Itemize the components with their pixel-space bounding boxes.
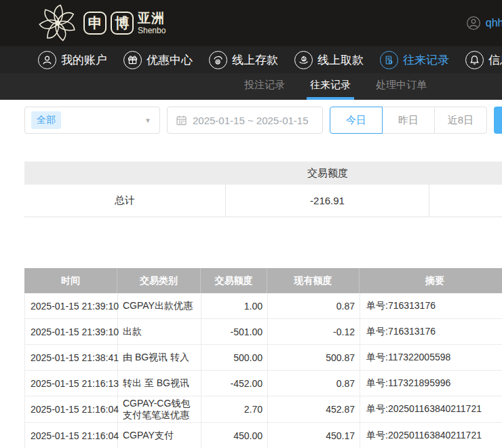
cell-type: CGPAY出款优惠 <box>118 293 201 318</box>
records-table-header: 时间 交易类别 交易额度 现有额度 摘要 <box>24 268 502 293</box>
cell-time: 2025-01-15 21:39:10 <box>25 293 118 318</box>
cell-balance: 450.17 <box>268 423 360 448</box>
table-row: 2025-01-15 21:39:10CGPAY出款优惠1.000.87单号:7… <box>24 293 502 319</box>
chevron-down-icon: ▼ <box>144 117 151 124</box>
calendar-icon <box>176 115 187 126</box>
nav-item-my-account[interactable]: 我的账户 <box>38 51 107 69</box>
nav-item-label: 我的账户 <box>61 52 107 68</box>
logo-characters: 申 博 <box>83 12 134 35</box>
cell-note: 单号:202501163840211721 <box>360 396 502 422</box>
cell-amount: -452.00 <box>201 371 268 396</box>
cell-amount: 1.00 <box>201 293 268 318</box>
nav-item-label: 信息中心 <box>488 52 502 68</box>
summary-table: 交易额度 总计 -216.91 <box>24 162 502 217</box>
cell-balance: 0.87 <box>268 293 360 318</box>
user-avatar-icon <box>466 16 481 31</box>
bell-icon <box>465 51 484 69</box>
brand-logo[interactable]: 申 博 亚洲 Shenbo <box>37 3 166 43</box>
cell-note: 单号:202501163840211721 <box>360 423 502 448</box>
nav-item-label: 优惠中心 <box>147 52 193 68</box>
nav-item-deposit[interactable]: 线上存款 <box>209 51 278 69</box>
column-header-balance: 现有额度 <box>267 268 360 293</box>
logo-char-box: 申 <box>83 12 107 35</box>
records-table: 时间 交易类别 交易额度 现有额度 摘要 2025-01-15 21:39:10… <box>24 268 502 448</box>
flower-logo-icon <box>37 3 78 43</box>
nav-item-label: 线上存款 <box>232 52 278 68</box>
cell-time: 2025-01-15 21:16:04 <box>25 423 118 448</box>
filter-row: 全部 ▼ 2025-01-15 ~ 2025-01-15 今日 昨日 近8日 <box>0 107 502 134</box>
nav-item-withdraw[interactable]: 线上取款 <box>294 51 364 69</box>
cell-amount: 2.70 <box>201 396 268 422</box>
records-icon <box>380 51 398 69</box>
table-row: 2025-01-15 21:16:13转出 至 BG视讯-452.000.87单… <box>24 371 502 396</box>
cell-time: 2025-01-15 21:16:04 <box>25 396 118 422</box>
table-row: 2025-01-15 21:16:04CGPAY支付450.00450.17单号… <box>24 423 502 448</box>
summary-total-value: -216.91 <box>226 185 429 217</box>
user-area[interactable]: qhhw <box>466 0 502 46</box>
selected-filter-tag[interactable]: 全部 <box>31 111 61 129</box>
search-button[interactable] <box>494 107 502 134</box>
cell-balance: 0.87 <box>268 371 360 396</box>
logo-char-box: 博 <box>111 12 134 35</box>
today-button[interactable]: 今日 <box>330 107 383 134</box>
main-nav: 我的账户 优惠中心 线上存款 线上 <box>0 46 502 73</box>
tab-processing-orders[interactable]: 处理中订单 <box>372 73 430 100</box>
column-header-amount: 交易额度 <box>201 268 267 293</box>
table-row: 2025-01-15 21:16:04CGPAY-CG钱包 支付笔笔送优惠2.7… <box>24 396 502 423</box>
cell-note: 单号:117322005598 <box>360 345 502 370</box>
deposit-icon <box>209 51 227 69</box>
top-header: 申 博 亚洲 Shenbo qhhw <box>0 0 502 46</box>
cell-balance: 452.87 <box>268 396 360 422</box>
column-header-note: 摘要 <box>360 268 502 293</box>
table-row: 2025-01-15 21:39:10出款-501.00-0.12单号:7163… <box>24 319 502 345</box>
summary-header-label: 交易额度 <box>226 167 429 180</box>
nav-item-message-center[interactable]: 信息中心 <box>465 51 502 69</box>
nav-item-label: 线上取款 <box>317 52 364 68</box>
date-range-input[interactable]: 2025-01-15 ~ 2025-01-15 <box>167 107 323 134</box>
column-header-type: 交易类别 <box>117 268 201 293</box>
cell-balance: -0.12 <box>268 319 360 344</box>
yesterday-button[interactable]: 昨日 <box>382 107 435 134</box>
logo-region-label: 亚洲 <box>138 12 166 24</box>
nav-item-label: 往来记录 <box>403 52 449 68</box>
cell-type: CGPAY支付 <box>118 423 201 448</box>
user-icon <box>38 51 56 69</box>
logo-brand-label: Shenbo <box>138 26 166 35</box>
cell-amount: 450.00 <box>201 423 268 448</box>
cell-time: 2025-01-15 21:38:41 <box>25 345 118 370</box>
cell-type: 由 BG视讯 转入 <box>118 345 201 370</box>
cell-time: 2025-01-15 21:16:13 <box>25 371 118 396</box>
cell-balance: 500.87 <box>268 345 360 370</box>
cell-amount: -501.00 <box>201 319 268 344</box>
cell-amount: 500.00 <box>201 345 268 370</box>
summary-empty-cell <box>429 185 502 217</box>
column-header-time: 时间 <box>24 268 117 293</box>
cell-note: 单号:716313176 <box>360 319 502 344</box>
records-table-rows: 2025-01-15 21:39:10CGPAY出款优惠1.000.87单号:7… <box>24 293 502 448</box>
nav-item-transaction-records[interactable]: 往来记录 <box>380 51 449 69</box>
cell-note: 单号:716313176 <box>360 293 502 318</box>
cell-type: CGPAY-CG钱包 支付笔笔送优惠 <box>118 396 201 422</box>
sub-nav: 投注记录 往来记录 处理中订单 <box>0 73 502 100</box>
quick-date-buttons: 今日 昨日 近8日 <box>330 107 487 134</box>
cell-time: 2025-01-15 21:39:10 <box>25 319 118 344</box>
tab-transaction-records[interactable]: 往来记录 <box>307 73 354 100</box>
tab-betting-records[interactable]: 投注记录 <box>241 73 288 100</box>
logo-text: 亚洲 Shenbo <box>138 12 166 35</box>
cell-note: 单号:117321895996 <box>360 371 502 396</box>
nav-item-promotions[interactable]: 优惠中心 <box>123 51 193 69</box>
gift-icon <box>123 51 142 69</box>
cell-type: 出款 <box>118 319 201 344</box>
type-filter-select[interactable]: 全部 ▼ <box>24 107 160 134</box>
last-8-days-button[interactable]: 近8日 <box>434 107 487 134</box>
cell-type: 转出 至 BG视讯 <box>118 371 201 396</box>
date-range-value: 2025-01-15 ~ 2025-01-15 <box>193 115 309 126</box>
summary-row-label: 总计 <box>24 185 226 217</box>
summary-total-row: 总计 -216.91 <box>24 185 502 217</box>
withdraw-icon <box>294 51 313 69</box>
table-row: 2025-01-15 21:38:41由 BG视讯 转入500.00500.87… <box>24 345 502 371</box>
username-label[interactable]: qhhw <box>486 17 502 29</box>
summary-table-header: 交易额度 <box>24 162 502 185</box>
